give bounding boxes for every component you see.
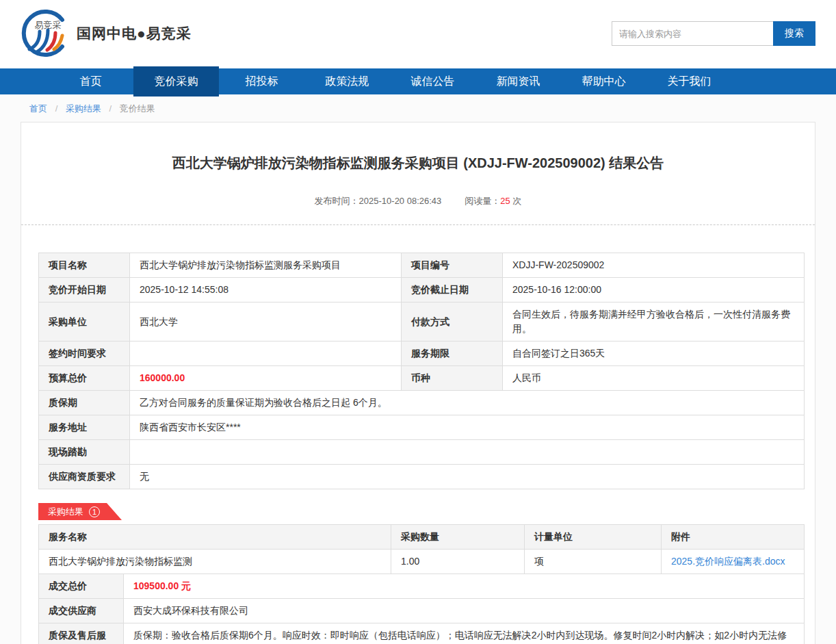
column-header-quantity: 采购数量 <box>391 525 525 550</box>
row-site-survey: 现场踏勘 <box>39 440 805 465</box>
breadcrumb-current: 竞价结果 <box>120 103 155 114</box>
field-value: 无 <box>130 465 805 489</box>
breadcrumb-purchase-results[interactable]: 采购结果 <box>66 103 101 114</box>
field-value <box>130 440 805 465</box>
field-label: 供应商资质要求 <box>39 465 130 489</box>
site-header: 易竞采 国网中电●易竞采 搜索 <box>0 0 836 68</box>
row-winning-supplier: 成交供应商 西安大成环保科技有限公司 <box>39 599 805 623</box>
field-label: 服务地址 <box>39 415 130 440</box>
nav-item-tendering[interactable]: 招投标 <box>219 68 304 94</box>
article-meta: 发布时间：2025-10-20 08:26:43阅读量：25 次 <box>21 195 815 207</box>
row-project-name: 项目名称 西北大学锅炉排放污染物指标监测服务采购项目 项目编号 XDJJ-FW-… <box>39 253 805 278</box>
field-value: 自合同签订之日365天 <box>503 342 805 366</box>
breadcrumb-separator: / <box>109 103 112 114</box>
field-label: 现场踏勘 <box>39 440 130 465</box>
field-value: 质保期：验收合格后质保期6个月。响应时效：即时响应（包括电话响应）；电话响应无法… <box>124 623 805 644</box>
row-bid-dates: 竞价开始日期 2025-10-12 14:55:08 竞价截止日期 2025-1… <box>39 278 805 302</box>
unit-cell: 项 <box>525 550 662 574</box>
views-label: 阅读量： <box>465 196 500 206</box>
main-nav: 首页 竞价采购 招投标 政策法规 诚信公告 新闻资讯 帮助中心 关于我们 <box>0 68 836 94</box>
row-budget-currency: 预算总价 160000.00 币种 人民币 <box>39 366 805 391</box>
field-label: 成交供应商 <box>39 599 124 623</box>
field-value: 西北大学 <box>130 302 402 342</box>
field-label: 付款方式 <box>402 302 503 342</box>
row-purchaser-payment: 采购单位 西北大学 付款方式 合同生效后，待服务期满并经甲方验收合格后，一次性付… <box>39 302 805 342</box>
row-deal-total-price: 成交总价 109500.00 元 <box>39 574 805 599</box>
field-value: 2025-10-16 12:00:00 <box>503 278 805 302</box>
field-value: 西北大学锅炉排放污染物指标监测服务采购项目 <box>130 253 402 278</box>
nav-item-home[interactable]: 首页 <box>48 68 133 94</box>
column-header-unit: 计量单位 <box>525 525 662 550</box>
views-unit: 次 <box>512 196 521 206</box>
service-name-cell: 西北大学锅炉排放污染物指标监测 <box>39 550 391 574</box>
row-supplier-qualification: 供应商资质要求 无 <box>39 465 805 489</box>
search-input[interactable] <box>612 21 773 46</box>
field-value: 2025-10-12 14:55:08 <box>130 278 402 302</box>
field-label: 币种 <box>402 366 503 391</box>
field-label: 竞价开始日期 <box>39 278 130 302</box>
logo-icon: 易竞采 <box>19 7 71 60</box>
breadcrumb: 首页 / 采购结果 / 竞价结果 <box>0 94 836 122</box>
field-value: 人民币 <box>503 366 805 391</box>
column-header-attachment: 附件 <box>662 525 805 550</box>
publish-time-value: 2025-10-20 08:26:43 <box>359 196 442 206</box>
views-count: 25 <box>500 196 510 206</box>
quantity-cell: 1.00 <box>391 550 525 574</box>
deal-total-price-value: 109500.00 元 <box>124 574 805 599</box>
field-label: 服务期限 <box>402 342 503 366</box>
purchase-result-tag: 采购结果 1 <box>38 503 122 520</box>
announcement-card: 西北大学锅炉排放污染物指标监测服务采购项目 (XDJJ-FW-202509002… <box>21 122 815 644</box>
content-area: 首页 / 采购结果 / 竞价结果 西北大学锅炉排放污染物指标监测服务采购项目 (… <box>0 94 836 644</box>
field-label: 成交总价 <box>39 574 124 599</box>
field-value: 乙方对合同服务的质量保证期为验收合格后之日起 6个月。 <box>130 391 805 415</box>
search-bar: 搜索 <box>612 21 815 46</box>
attachment-cell: 2025.竞价响应偏离表.docx <box>662 550 805 574</box>
row-signing-service-term: 签约时间要求 服务期限 自合同签订之日365天 <box>39 342 805 366</box>
deal-detail-table: 成交总价 109500.00 元 成交供应商 西安大成环保科技有限公司 质保及售… <box>38 574 805 644</box>
field-label: 竞价截止日期 <box>402 278 503 302</box>
breadcrumb-separator: / <box>55 103 58 114</box>
field-label: 采购单位 <box>39 302 130 342</box>
field-label: 项目编号 <box>402 253 503 278</box>
field-value: 陕西省西安市长安区**** <box>130 415 805 440</box>
result-count-badge: 1 <box>89 506 100 517</box>
nav-item-bidding-purchase[interactable]: 竞价采购 <box>133 66 219 96</box>
field-value: XDJJ-FW-202509002 <box>503 253 805 278</box>
field-value: 合同生效后，待服务期满并经甲方验收合格后，一次性付清服务费用。 <box>503 302 805 342</box>
brand-title: 国网中电●易竞采 <box>77 24 192 43</box>
nav-item-policies[interactable]: 政策法规 <box>304 68 390 94</box>
page-title: 西北大学锅炉排放污染物指标监测服务采购项目 (XDJJ-FW-202509002… <box>55 154 781 172</box>
field-value <box>130 342 402 366</box>
dashed-divider <box>21 224 815 225</box>
result-table-header: 服务名称 采购数量 计量单位 附件 <box>39 525 805 550</box>
nav-item-news[interactable]: 新闻资讯 <box>475 68 561 94</box>
publish-time-label: 发布时间： <box>315 196 359 206</box>
field-label: 质保期 <box>39 391 130 415</box>
nav-item-integrity-notice[interactable]: 诚信公告 <box>390 68 475 94</box>
row-service-address: 服务地址 陕西省西安市长安区**** <box>39 415 805 440</box>
result-table: 服务名称 采购数量 计量单位 附件 西北大学锅炉排放污染物指标监测 1.00 项… <box>38 524 805 574</box>
purchase-result-label: 采购结果 <box>48 506 83 518</box>
field-value: 西安大成环保科技有限公司 <box>124 599 805 623</box>
field-label: 项目名称 <box>39 253 130 278</box>
field-label: 签约时间要求 <box>39 342 130 366</box>
project-info-table: 项目名称 西北大学锅炉排放污染物指标监测服务采购项目 项目编号 XDJJ-FW-… <box>38 253 805 489</box>
breadcrumb-home[interactable]: 首页 <box>29 103 47 114</box>
field-label: 质保及售后服务 <box>39 623 124 644</box>
site-logo[interactable]: 易竞采 国网中电●易竞采 <box>19 7 192 60</box>
row-warranty-after-sales: 质保及售后服务 质保期：验收合格后质保期6个月。响应时效：即时响应（包括电话响应… <box>39 623 805 644</box>
svg-text:易竞采: 易竞采 <box>35 20 62 30</box>
nav-item-about-us[interactable]: 关于我们 <box>646 68 732 94</box>
result-table-row: 西北大学锅炉排放污染物指标监测 1.00 项 2025.竞价响应偏离表.docx <box>39 550 805 574</box>
search-button[interactable]: 搜索 <box>773 21 815 46</box>
column-header-service-name: 服务名称 <box>39 525 391 550</box>
nav-item-help-center[interactable]: 帮助中心 <box>561 68 646 94</box>
attachment-link[interactable]: 2025.竞价响应偏离表.docx <box>671 556 785 567</box>
row-warranty: 质保期 乙方对合同服务的质量保证期为验收合格后之日起 6个月。 <box>39 391 805 415</box>
budget-total-value: 160000.00 <box>130 366 402 391</box>
field-label: 预算总价 <box>39 366 130 391</box>
